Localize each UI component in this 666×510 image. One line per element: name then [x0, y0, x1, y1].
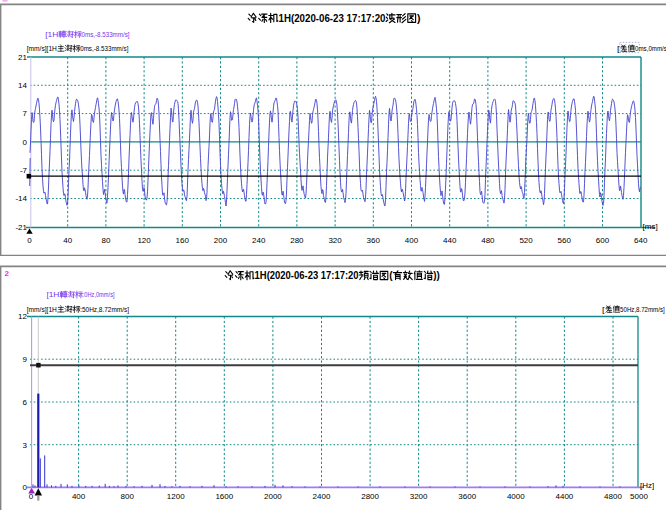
svg-text:0: 0: [27, 236, 32, 245]
svg-text:480: 480: [481, 236, 495, 245]
svg-text:[mm/s][1H: [mm/s][1H: [27, 44, 57, 53]
svg-text:12: 12: [18, 312, 27, 321]
svg-text:[Hz]: [Hz]: [640, 481, 654, 490]
svg-text:80: 80: [101, 236, 110, 245]
svg-text:360: 360: [367, 236, 381, 245]
svg-text:[1H: [1H: [45, 30, 58, 39]
svg-text:[1H: [1H: [46, 290, 59, 299]
svg-text:[ms]: [ms]: [643, 222, 658, 231]
svg-text:0: 0: [23, 138, 28, 147]
svg-text:2: 2: [5, 269, 10, 278]
svg-text:0ms,0mm/s]: 0ms,0mm/s]: [635, 44, 666, 53]
svg-text:2800: 2800: [361, 492, 379, 501]
svg-text:40: 40: [63, 236, 72, 245]
svg-text:4400: 4400: [556, 492, 574, 501]
svg-text:1H(2020-06-23 17:17:20: 1H(2020-06-23 17:17:20: [279, 13, 386, 24]
svg-text:400: 400: [405, 236, 419, 245]
svg-text:-7: -7: [20, 166, 28, 175]
svg-text:50Hz,8.72mm/s]: 50Hz,8.72mm/s]: [620, 305, 665, 314]
svg-text:800: 800: [121, 492, 135, 501]
svg-text:4000: 4000: [507, 492, 525, 501]
svg-text:400: 400: [72, 492, 86, 501]
svg-text:3: 3: [23, 441, 28, 450]
svg-text::50Hz,8.72mm/s]: :50Hz,8.72mm/s]: [80, 305, 129, 314]
svg-text:)): )): [433, 270, 440, 281]
svg-text:0ms,-8.533mm/s]: 0ms,-8.533mm/s]: [82, 30, 130, 39]
svg-text:1600: 1600: [215, 492, 233, 501]
svg-text:0ms,-8.533mm/s]: 0ms,-8.533mm/s]: [80, 44, 128, 53]
svg-text:7: 7: [23, 109, 28, 118]
svg-text:-21: -21: [15, 223, 27, 232]
svg-text:440: 440: [443, 236, 457, 245]
svg-text:2000: 2000: [264, 492, 282, 501]
svg-text:640: 640: [634, 236, 648, 245]
svg-text:320: 320: [328, 236, 342, 245]
svg-text:3200: 3200: [410, 492, 428, 501]
svg-text:(: (: [389, 270, 393, 281]
svg-text:6: 6: [23, 398, 28, 407]
svg-text:520: 520: [519, 236, 533, 245]
svg-text:200: 200: [214, 236, 228, 245]
svg-text:160: 160: [176, 236, 190, 245]
svg-text::0Hz,0mm/s]: :0Hz,0mm/s]: [83, 290, 115, 299]
svg-text:21: 21: [18, 53, 27, 62]
svg-text:[: [: [602, 305, 605, 314]
svg-text:120: 120: [137, 236, 151, 245]
svg-text:9: 9: [23, 355, 28, 364]
svg-text:): ): [417, 13, 421, 24]
svg-text:3600: 3600: [458, 492, 476, 501]
svg-text:280: 280: [290, 236, 304, 245]
svg-text:[mm/s][1H: [mm/s][1H: [27, 305, 57, 314]
svg-text:1H(2020-06-23 17:17:20: 1H(2020-06-23 17:17:20: [255, 270, 359, 281]
svg-text:0: 0: [23, 483, 28, 492]
svg-text:240: 240: [252, 236, 266, 245]
svg-text:14: 14: [18, 81, 27, 90]
svg-text:2400: 2400: [313, 492, 331, 501]
svg-text:600: 600: [596, 236, 610, 245]
svg-text:560: 560: [558, 236, 572, 245]
svg-text:[: [: [617, 44, 620, 53]
svg-text:5000: 5000: [630, 492, 648, 501]
svg-text:4800: 4800: [604, 492, 622, 501]
svg-text:-14: -14: [15, 194, 27, 203]
svg-text:1200: 1200: [167, 492, 185, 501]
